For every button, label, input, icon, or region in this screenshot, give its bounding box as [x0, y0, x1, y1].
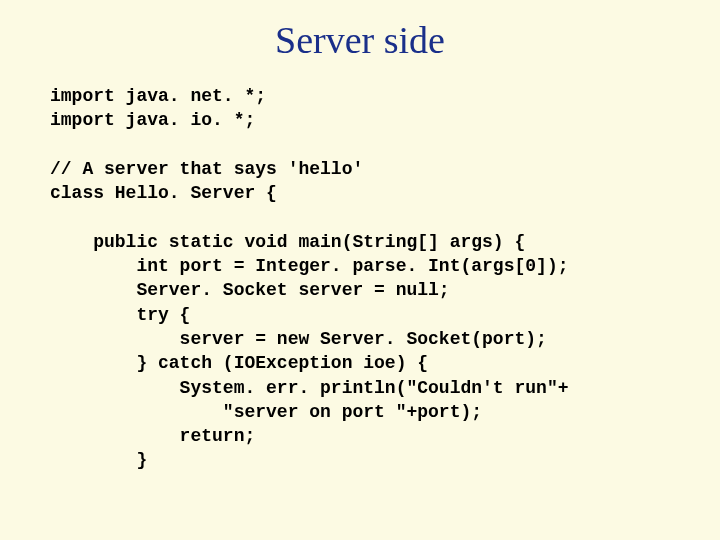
code-line: class Hello. Server {: [50, 183, 277, 203]
code-line: import java. net. *;: [50, 86, 266, 106]
code-line: }: [50, 450, 147, 470]
code-line: public static void main(String[] args) {: [50, 232, 525, 252]
code-line: return;: [50, 426, 255, 446]
code-line: try {: [50, 305, 190, 325]
code-line: int port = Integer. parse. Int(args[0]);: [50, 256, 568, 276]
code-line: } catch (IOException ioe) {: [50, 353, 428, 373]
code-line: // A server that says 'hello': [50, 159, 363, 179]
slide-title: Server side: [50, 18, 670, 62]
code-line: server = new Server. Socket(port);: [50, 329, 547, 349]
code-line: import java. io. *;: [50, 110, 255, 130]
code-block: import java. net. *; import java. io. *;…: [50, 84, 670, 473]
code-line: System. err. println("Couldn't run"+: [50, 378, 568, 398]
slide: Server side import java. net. *; import …: [0, 0, 720, 540]
code-line: "server on port "+port);: [50, 402, 482, 422]
code-line: Server. Socket server = null;: [50, 280, 450, 300]
